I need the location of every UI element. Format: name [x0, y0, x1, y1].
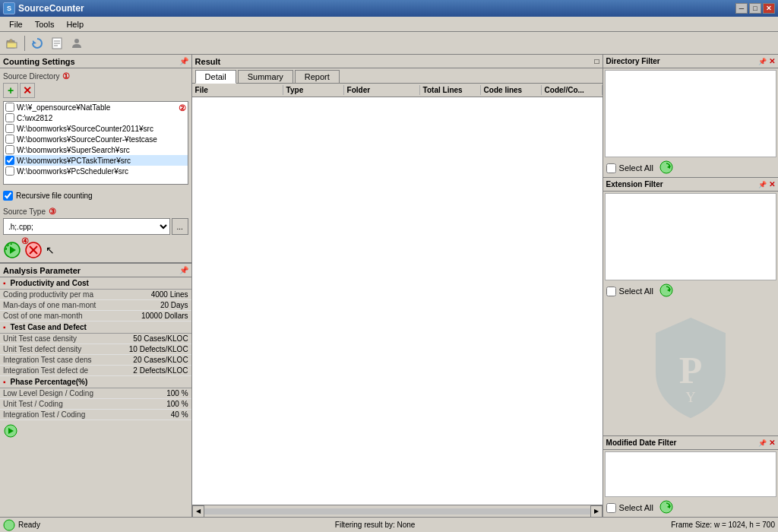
dir-item-5[interactable]: W:\boomworks¥PCTaskTimer¥src [4, 155, 188, 166]
dir-check-5[interactable] [5, 156, 14, 165]
app-icon: S [3, 2, 15, 14]
dir-filter-select-all[interactable] [606, 163, 616, 173]
menu-tools[interactable]: Tools [29, 18, 61, 30]
status-filtering: Filtering result by: None [79, 521, 671, 529]
close-button[interactable]: ✕ [763, 3, 775, 14]
open-button[interactable] [3, 34, 21, 52]
menu-help[interactable]: Help [60, 18, 90, 30]
date-filter-refresh[interactable] [659, 500, 673, 515]
annotation-2: ② [179, 103, 186, 113]
status-framesize: Frame Size: w = 1024, h = 700 [671, 521, 775, 529]
date-filter-select-all-label: Select All [619, 503, 653, 512]
dir-filter-close[interactable]: ✕ [769, 57, 775, 65]
param-group-productivity: ▪ Productivity and Cost [0, 277, 191, 290]
date-filter-content [605, 451, 776, 497]
scroll-track[interactable] [204, 508, 590, 515]
recursive-check[interactable]: Recursive file counting [0, 188, 191, 204]
dir-check-6[interactable] [5, 166, 14, 176]
bottom-toolbar [0, 420, 191, 442]
dir-check-2[interactable] [5, 124, 14, 133]
dir-item-4[interactable]: W:\boomworks¥SuperSearch¥src [4, 144, 188, 155]
right-panel: Directory Filter 📌 ✕ Select All [602, 55, 778, 517]
result-content [192, 97, 602, 505]
main-toolbar [0, 32, 778, 55]
counting-settings-pin[interactable]: 📌 [179, 57, 188, 65]
dir-filter-pin[interactable]: 📌 [758, 58, 767, 65]
dir-path-6: W:\boomworks¥PcScheduler¥src [17, 167, 128, 176]
tab-report[interactable]: Report [295, 70, 340, 83]
dir-check-0[interactable] [5, 103, 14, 112]
ext-filter-select-all[interactable] [606, 287, 616, 296]
source-type-browse[interactable]: ... [172, 218, 188, 235]
annotation-3: ③ [49, 207, 56, 217]
col-codeco: Code//Co... [542, 85, 602, 95]
ext-filter-header: Extension Filter 📌 ✕ [603, 178, 778, 192]
refresh-button[interactable] [28, 34, 46, 52]
source-directory-section: Source Directory ① + ✕ ② W:\¥_opensource… [0, 68, 191, 188]
result-tabs: Detail Summary Report [192, 68, 602, 84]
source-type-select[interactable]: .h;.cpp; [3, 218, 170, 235]
report-button[interactable] [48, 34, 66, 52]
result-max-icon[interactable]: □ [595, 57, 599, 65]
run-button[interactable] [3, 241, 21, 259]
menu-file[interactable]: File [3, 18, 29, 30]
ext-filter-pin[interactable]: 📌 [758, 181, 767, 188]
tab-detail[interactable]: Detail [195, 70, 236, 84]
scroll-left-btn[interactable]: ◀ [192, 505, 204, 518]
ext-filter-label: Extension Filter [606, 180, 663, 188]
param-row-1-0: Unit Test case density 50 Cases/KLOC [0, 334, 191, 344]
status-icon-left[interactable] [3, 519, 15, 531]
dir-path-4: W:\boomworks¥SuperSearch¥src [17, 146, 130, 154]
dir-check-4[interactable] [5, 145, 14, 154]
dir-toolbar: + ✕ [3, 83, 188, 98]
source-type-section: Source Type ③ .h;.cpp; ... [0, 204, 191, 238]
dir-filter-label: Directory Filter [606, 57, 660, 65]
extension-filter-section: Extension Filter 📌 ✕ Select All [603, 177, 778, 300]
dir-list: ② W:\¥_opensource¥NatTable C:\wx2812 W:\… [3, 101, 188, 185]
scroll-right-btn[interactable]: ▶ [590, 505, 602, 518]
svg-marker-1 [7, 40, 14, 41]
analysis-param-header: Analysis Parameter 📌 [0, 264, 191, 277]
svg-marker-3 [33, 40, 36, 44]
ext-filter-close[interactable]: ✕ [769, 180, 775, 188]
dir-item-3[interactable]: W:\boomworks¥SourceCounter-¥testcase [4, 134, 188, 144]
dir-check-3[interactable] [5, 135, 14, 144]
dir-filter-refresh[interactable] [659, 160, 673, 176]
dir-filter-footer: Select All [603, 159, 778, 177]
add-dir-button[interactable]: + [3, 83, 18, 98]
analysis-param-pin[interactable]: 📌 [179, 266, 188, 274]
dir-item-1[interactable]: C:\wx2812 [4, 112, 188, 123]
dir-item-2[interactable]: W:\boomworks¥SourceCounter2011¥src [4, 123, 188, 134]
result-table-header: File Type Folder Total Lines Code lines … [192, 84, 602, 97]
svg-rect-2 [7, 43, 17, 48]
param-group-testcase: ▪ Test Case and Defect [0, 321, 191, 334]
ext-filter-select-all-label: Select All [619, 287, 653, 296]
date-filter-close[interactable]: ✕ [769, 439, 775, 447]
param-group-2-label: Test Case and Defect [11, 323, 87, 331]
result-header: Result □ [192, 55, 602, 68]
ext-filter-refresh[interactable] [659, 283, 673, 299]
modified-date-filter-section: Modified Date Filter 📌 ✕ Select All [603, 435, 778, 517]
analysis-param-title: Analysis Parameter [3, 266, 81, 275]
col-total: Total Lines [420, 85, 481, 95]
date-filter-pin[interactable]: 📌 [758, 439, 767, 447]
col-file: File [192, 85, 283, 95]
bottom-run-btn[interactable] [3, 423, 18, 439]
remove-dir-button[interactable]: ✕ [20, 83, 35, 98]
annotation-4: ④ [21, 236, 29, 246]
date-filter-footer: Select All [603, 499, 778, 517]
minimize-button[interactable]: ─ [735, 3, 748, 14]
recursive-checkbox[interactable] [3, 191, 13, 201]
toolbar-sep-1 [24, 36, 25, 51]
dir-filter-select-all-label: Select All [619, 163, 653, 173]
counting-settings-panel: Counting Settings 📌 Source Directory ① +… [0, 55, 191, 262]
maximize-button[interactable]: □ [749, 3, 761, 14]
tab-summary[interactable]: Summary [238, 70, 293, 83]
svg-point-24 [4, 520, 14, 530]
dir-item-6[interactable]: W:\boomworks¥PcScheduler¥src [4, 166, 188, 176]
dir-check-1[interactable] [5, 113, 14, 122]
user-button[interactable] [68, 34, 86, 52]
date-filter-select-all[interactable] [606, 503, 616, 513]
dir-path-1: C:\wx2812 [17, 114, 52, 122]
dir-item-0[interactable]: W:\¥_opensource¥NatTable [4, 102, 188, 112]
